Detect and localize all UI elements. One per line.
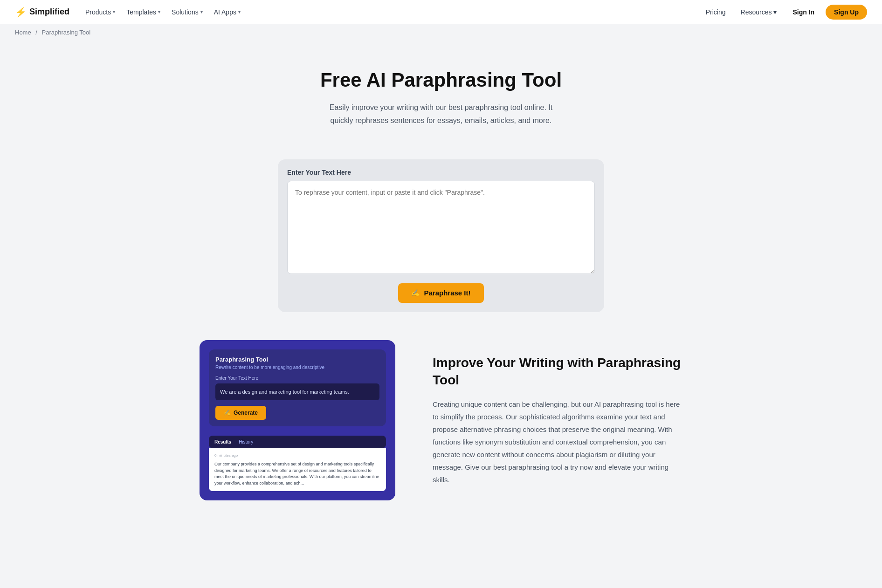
generate-button[interactable]: ✍️ Generate <box>215 406 266 420</box>
history-tab[interactable]: History <box>239 439 253 444</box>
paraphrase-tool-box: Enter Your Text Here ✍️ Paraphrase It! <box>278 159 604 312</box>
feature-heading: Improve Your Writing with Paraphrasing T… <box>433 355 682 389</box>
brand-logo[interactable]: ⚡ Simplified <box>15 7 69 18</box>
breadcrumb: Home / Paraphrasing Tool <box>0 24 882 41</box>
nav-links: Products ▾ Templates ▾ Solutions ▾ AI Ap… <box>81 6 701 19</box>
main-nav: ⚡ Simplified Products ▾ Templates ▾ Solu… <box>0 0 882 24</box>
breadcrumb-home[interactable]: Home <box>15 29 31 36</box>
signin-button[interactable]: Sign In <box>787 6 820 19</box>
preview-subtitle: Rewrite content to be more engaging and … <box>215 365 379 370</box>
text-input[interactable] <box>287 181 595 274</box>
brand-name: Simplified <box>29 7 69 17</box>
nav-right: Pricing Resources ▾ Sign In Sign Up <box>701 5 867 20</box>
chevron-down-icon: ▾ <box>238 9 241 14</box>
generate-icon: ✍️ <box>224 410 231 416</box>
nav-solutions[interactable]: Solutions ▾ <box>167 6 207 19</box>
feature-image: Paraphrasing Tool Rewrite content to be … <box>200 340 395 501</box>
nav-templates[interactable]: Templates ▾ <box>122 6 165 19</box>
feature-text: Improve Your Writing with Paraphrasing T… <box>433 355 682 486</box>
results-content: 0 minutes ago Our company provides a com… <box>209 448 386 491</box>
feature-section: Paraphrasing Tool Rewrite content to be … <box>185 340 697 501</box>
chevron-down-icon: ▾ <box>113 9 115 14</box>
nav-ai-apps[interactable]: AI Apps ▾ <box>209 6 245 19</box>
generate-label: Generate <box>234 410 258 416</box>
preview-sample-text: We are a design and marketing tool for m… <box>215 383 379 401</box>
nav-pricing[interactable]: Pricing <box>701 6 730 19</box>
signup-button[interactable]: Sign Up <box>826 5 867 20</box>
paraphrase-icon: ✍️ <box>411 289 420 297</box>
tool-label: Enter Your Text Here <box>287 169 595 176</box>
nav-products[interactable]: Products ▾ <box>81 6 120 19</box>
breadcrumb-separator: / <box>35 29 37 36</box>
tool-preview: Paraphrasing Tool Rewrite content to be … <box>209 349 386 427</box>
output-text: Our company provides a comprehensive set… <box>214 461 380 486</box>
feature-description: Creating unique content can be challengi… <box>433 398 682 486</box>
paraphrase-button[interactable]: ✍️ Paraphrase It! <box>398 283 483 303</box>
results-tab[interactable]: Results <box>214 439 231 444</box>
tool-actions: ✍️ Paraphrase It! <box>287 283 595 303</box>
chevron-down-icon: ▾ <box>158 9 160 14</box>
results-bar: Results History <box>209 436 386 448</box>
preview-title: Paraphrasing Tool <box>215 356 379 363</box>
hero-description: Easily improve your writing with our bes… <box>324 101 558 126</box>
paraphrase-label: Paraphrase It! <box>424 289 470 297</box>
preview-input-label: Enter Your Text Here <box>215 376 379 381</box>
time-badge: 0 minutes ago <box>214 453 380 458</box>
hero-title: Free AI Paraphrasing Tool <box>264 68 618 92</box>
breadcrumb-current: Paraphrasing Tool <box>42 29 91 36</box>
chevron-down-icon: ▾ <box>773 8 777 16</box>
chevron-down-icon: ▾ <box>200 9 203 14</box>
bolt-icon: ⚡ <box>15 7 27 18</box>
nav-resources[interactable]: Resources ▾ <box>736 6 782 19</box>
hero-section: Free AI Paraphrasing Tool Easily improve… <box>255 41 627 145</box>
